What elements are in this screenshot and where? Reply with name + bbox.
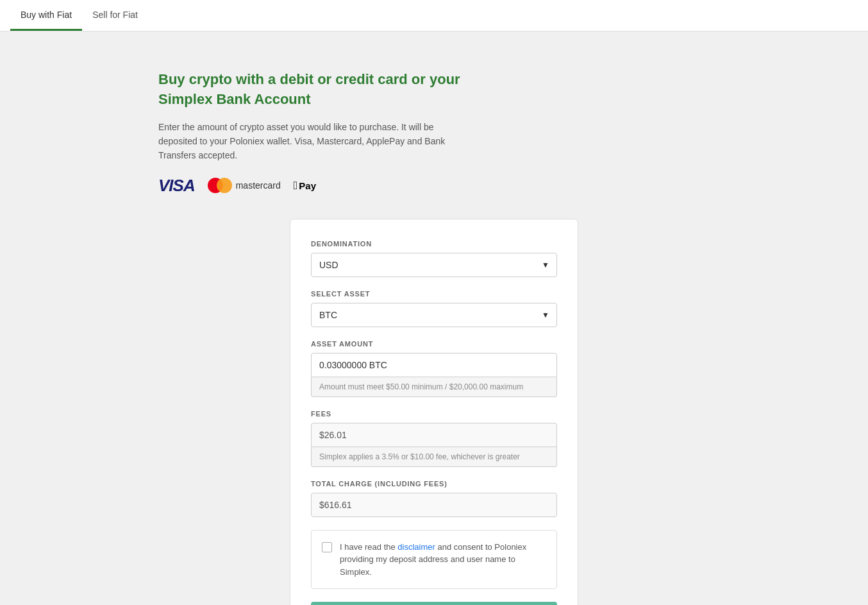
top-nav: Buy with Fiat Sell for Fiat [0, 0, 868, 31]
payment-logos: VISA mastercard  Pay [158, 176, 710, 196]
denomination-label: DENOMINATION [311, 240, 557, 248]
mastercard-text: mastercard [236, 180, 281, 191]
denomination-group: DENOMINATION USD EUR GBP ▼ [311, 240, 557, 277]
asset-group: SELECT ASSET BTC ETH LTC XRP ▼ [311, 290, 557, 327]
fees-label: FEES [311, 410, 557, 418]
amount-input[interactable] [311, 353, 557, 377]
apple-icon:  [294, 179, 298, 192]
page-description: Enter the amount of crypto asset you wou… [158, 120, 466, 163]
tab-buy-fiat[interactable]: Buy with Fiat [10, 0, 82, 31]
fees-value: $26.01 [311, 423, 557, 447]
main-content: Buy crypto with a debit or credit card o… [146, 31, 722, 605]
buy-now-button[interactable]: BUY NOW [311, 602, 557, 605]
asset-select[interactable]: BTC ETH LTC XRP [311, 303, 557, 327]
disclaimer-link[interactable]: disclaimer [397, 542, 435, 552]
applepay-logo:  Pay [294, 179, 316, 192]
fees-group: FEES $26.01 Simplex applies a 3.5% or $1… [311, 410, 557, 467]
consent-checkbox[interactable] [322, 542, 332, 552]
total-value: $616.61 [311, 493, 557, 517]
page-title: Buy crypto with a debit or credit card o… [158, 70, 466, 110]
asset-select-wrapper: BTC ETH LTC XRP ▼ [311, 303, 557, 327]
denomination-select[interactable]: USD EUR GBP [311, 253, 557, 277]
amount-group: ASSET AMOUNT Amount must meet $50.00 min… [311, 340, 557, 397]
tab-sell-fiat[interactable]: Sell for Fiat [82, 0, 148, 31]
form-card: DENOMINATION USD EUR GBP ▼ SELECT ASSET … [290, 219, 578, 605]
mastercard-circles-icon [208, 178, 232, 193]
applepay-text: Pay [299, 180, 316, 191]
denomination-select-wrapper: USD EUR GBP ▼ [311, 253, 557, 277]
asset-label: SELECT ASSET [311, 290, 557, 298]
mc-circle-right-icon [217, 178, 232, 193]
visa-logo: VISA [158, 176, 195, 196]
mastercard-logo: mastercard [208, 178, 281, 193]
amount-label: ASSET AMOUNT [311, 340, 557, 348]
consent-text: I have read the disclaimer and consent t… [340, 541, 546, 579]
total-group: TOTAL CHARGE (INCLUDING FEES) $616.61 [311, 480, 557, 517]
amount-hint: Amount must meet $50.00 minimum / $20,00… [311, 377, 557, 397]
total-label: TOTAL CHARGE (INCLUDING FEES) [311, 480, 557, 488]
fees-hint: Simplex applies a 3.5% or $10.00 fee, wh… [311, 447, 557, 467]
consent-section: I have read the disclaimer and consent t… [311, 530, 557, 590]
consent-prefix: I have read the [340, 542, 397, 552]
